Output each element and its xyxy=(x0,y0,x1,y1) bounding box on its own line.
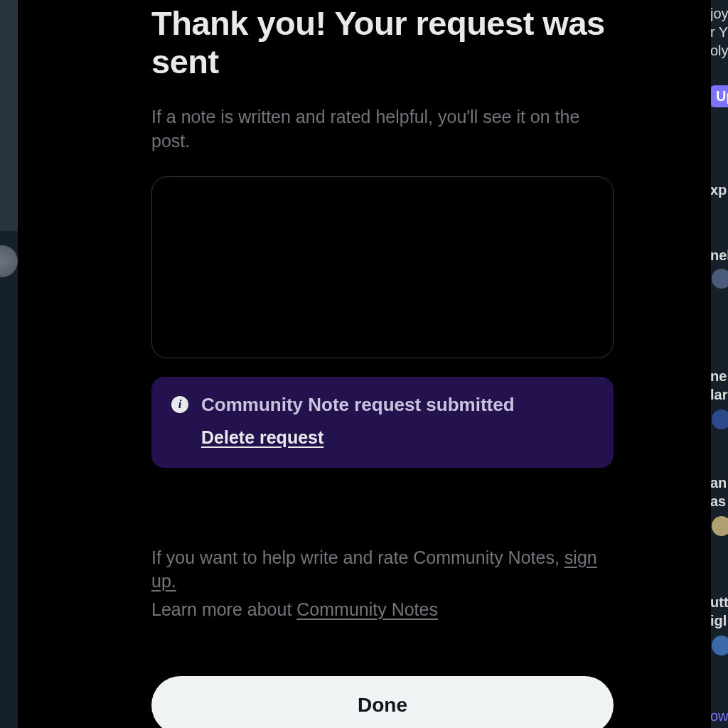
done-button[interactable]: Done xyxy=(151,676,614,728)
learn-more-text: Learn more about Community Notes xyxy=(151,598,614,622)
note-preview-box xyxy=(151,176,614,358)
modal-subtitle: If a note is written and rated helpful, … xyxy=(151,105,614,154)
community-notes-link[interactable]: Community Notes xyxy=(296,599,438,619)
delete-request-link[interactable]: Delete request xyxy=(201,427,323,448)
fragment-text: joy xyxy=(710,6,728,22)
info-icon: i xyxy=(171,396,188,413)
signup-help-pre: If you want to help write and rate Commu… xyxy=(151,547,564,567)
status-banner: i Community Note request submitted Delet… xyxy=(151,377,614,468)
fragment-text: r Y xyxy=(710,24,728,41)
fragment-text: as xyxy=(710,493,726,510)
fragment-text: lar xyxy=(710,387,727,403)
status-title: Community Note request submitted xyxy=(201,394,515,416)
signup-help-text: If you want to help write and rate Commu… xyxy=(151,546,614,594)
avatar-fragment xyxy=(712,269,728,289)
left-panel xyxy=(0,231,18,728)
community-note-modal: Thank you! Your request was sent If a no… xyxy=(18,0,711,728)
fragment-text: utt xyxy=(710,594,728,611)
fragment-text: igl xyxy=(710,613,727,629)
learn-more-pre: Learn more about xyxy=(151,599,296,619)
fragment-text: oly xyxy=(710,43,728,59)
fragment-text: ne xyxy=(710,368,727,385)
avatar-fragment xyxy=(712,516,728,536)
avatar-fragment xyxy=(712,636,728,655)
fragment-text: nel xyxy=(710,247,728,264)
fragment-link[interactable]: ow xyxy=(710,708,728,724)
fragment-text: an xyxy=(710,475,727,491)
modal-title: Thank you! Your request was sent xyxy=(151,4,614,81)
avatar-fragment xyxy=(712,410,728,429)
fragment-text: xp xyxy=(710,182,727,198)
right-sidebar-fragment: joy r Y oly Up xp nel ne lar an as utt i… xyxy=(710,0,728,728)
upgrade-pill-fragment[interactable]: Up xyxy=(710,85,728,107)
